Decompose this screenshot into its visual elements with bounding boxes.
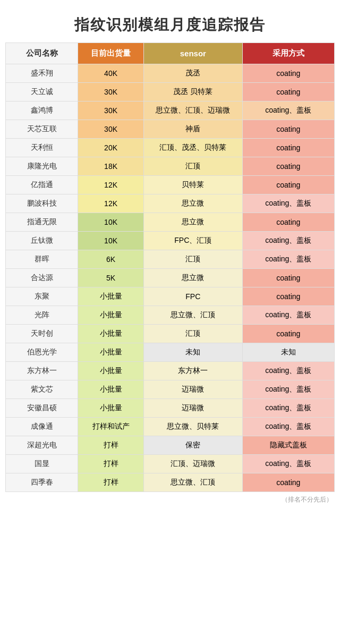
cell-sensor: FPC、汇顶 bbox=[143, 232, 242, 250]
cell-sensor: 思立微、贝特莱 bbox=[143, 418, 242, 436]
header-method: 采用方式 bbox=[242, 43, 334, 64]
cell-method: coating、盖板 bbox=[242, 194, 334, 213]
cell-company: 东方林一 bbox=[6, 362, 78, 380]
table-row: 东方林一小批量东方林一coating、盖板 bbox=[6, 362, 335, 380]
table-row: 东聚小批量FPCcoating bbox=[6, 287, 335, 306]
cell-shipment: 12K bbox=[78, 194, 144, 213]
cell-sensor: 贝特莱 bbox=[143, 176, 242, 194]
cell-company: 深超光电 bbox=[6, 436, 78, 455]
cell-shipment: 小批量 bbox=[78, 343, 144, 362]
cell-shipment: 40K bbox=[78, 64, 144, 83]
table-row: 群晖6K汇顶coating、盖板 bbox=[6, 250, 335, 269]
cell-shipment: 20K bbox=[78, 139, 144, 157]
cell-shipment: 10K bbox=[78, 232, 144, 250]
header-sensor: sensor bbox=[143, 43, 242, 64]
header-company: 公司名称 bbox=[6, 43, 78, 64]
cell-company: 天利恒 bbox=[6, 139, 78, 157]
cell-company: 成像通 bbox=[6, 418, 78, 436]
cell-method: coating、盖板 bbox=[242, 455, 334, 473]
cell-method: coating、盖板 bbox=[242, 399, 334, 418]
cell-method: coating bbox=[242, 269, 334, 287]
table-row: 紫文芯小批量迈瑞微coating、盖板 bbox=[6, 380, 335, 399]
table-row: 安徽昌硕小批量迈瑞微coating、盖板 bbox=[6, 399, 335, 418]
cell-method: coating bbox=[242, 120, 334, 139]
cell-shipment: 小批量 bbox=[78, 362, 144, 380]
cell-company: 指通无限 bbox=[6, 213, 78, 232]
table-row: 鹏波科技12K思立微coating、盖板 bbox=[6, 194, 335, 213]
cell-sensor: 汇顶 bbox=[143, 250, 242, 269]
cell-shipment: 小批量 bbox=[78, 325, 144, 343]
cell-sensor: 茂丞 bbox=[143, 64, 242, 83]
cell-company: 四季春 bbox=[6, 473, 78, 492]
cell-method: coating bbox=[242, 64, 334, 83]
cell-method: 未知 bbox=[242, 343, 334, 362]
cell-company: 丘钛微 bbox=[6, 232, 78, 250]
footer-note: （排名不分先后） bbox=[5, 492, 335, 504]
cell-company: 盛禾翔 bbox=[6, 64, 78, 83]
table-body: 盛禾翔40K茂丞coating天立诚30K茂丞 贝特莱coating鑫鸿博30K… bbox=[6, 64, 335, 492]
table-row: 合达源5K思立微coating bbox=[6, 269, 335, 287]
table-row: 丘钛微10KFPC、汇顶coating、盖板 bbox=[6, 232, 335, 250]
cell-sensor: 汇顶 bbox=[143, 325, 242, 343]
table-row: 康隆光电18K汇顶coating bbox=[6, 157, 335, 176]
cell-shipment: 6K bbox=[78, 250, 144, 269]
cell-sensor: 思立微 bbox=[143, 269, 242, 287]
cell-company: 鹏波科技 bbox=[6, 194, 78, 213]
cell-company: 鑫鸿博 bbox=[6, 101, 78, 120]
cell-sensor: 思立微 bbox=[143, 194, 242, 213]
cell-shipment: 30K bbox=[78, 120, 144, 139]
cell-sensor: FPC bbox=[143, 287, 242, 306]
cell-sensor: 思立微、汇顶 bbox=[143, 473, 242, 492]
cell-company: 安徽昌硕 bbox=[6, 399, 78, 418]
cell-shipment: 小批量 bbox=[78, 380, 144, 399]
cell-company: 紫文芯 bbox=[6, 380, 78, 399]
cell-sensor: 汇顶、迈瑞微 bbox=[143, 455, 242, 473]
header-shipment: 目前出货量 bbox=[78, 43, 144, 64]
cell-shipment: 30K bbox=[78, 101, 144, 120]
cell-method: coating bbox=[242, 325, 334, 343]
cell-sensor: 汇顶 bbox=[143, 157, 242, 176]
cell-method: coating、盖板 bbox=[242, 418, 334, 436]
cell-method: coating bbox=[242, 473, 334, 492]
table-row: 四季春打样思立微、汇顶coating bbox=[6, 473, 335, 492]
cell-sensor: 保密 bbox=[143, 436, 242, 455]
table-row: 天时创小批量汇顶coating bbox=[6, 325, 335, 343]
cell-company: 国显 bbox=[6, 455, 78, 473]
cell-method: coating bbox=[242, 176, 334, 194]
cell-company: 伯恩光学 bbox=[6, 343, 78, 362]
cell-method: 隐藏式盖板 bbox=[242, 436, 334, 455]
cell-sensor: 迈瑞微 bbox=[143, 399, 242, 418]
main-table: 公司名称 目前出货量 sensor 采用方式 盛禾翔40K茂丞coating天立… bbox=[5, 43, 335, 492]
table-row: 光阵小批量思立微、汇顶coating、盖板 bbox=[6, 306, 335, 325]
cell-method: coating bbox=[242, 83, 334, 101]
cell-shipment: 5K bbox=[78, 269, 144, 287]
cell-sensor: 思立微 bbox=[143, 213, 242, 232]
table-row: 天芯互联30K神盾coating bbox=[6, 120, 335, 139]
cell-shipment: 小批量 bbox=[78, 399, 144, 418]
cell-method: coating bbox=[242, 287, 334, 306]
cell-shipment: 小批量 bbox=[78, 306, 144, 325]
cell-shipment: 30K bbox=[78, 83, 144, 101]
table-row: 伯恩光学小批量未知未知 bbox=[6, 343, 335, 362]
cell-method: coating、盖板 bbox=[242, 362, 334, 380]
cell-method: coating bbox=[242, 139, 334, 157]
cell-sensor: 思立微、汇顶 bbox=[143, 306, 242, 325]
cell-sensor: 未知 bbox=[143, 343, 242, 362]
cell-method: coating、盖板 bbox=[242, 380, 334, 399]
cell-shipment: 打样和试产 bbox=[78, 418, 144, 436]
cell-company: 天芯互联 bbox=[6, 120, 78, 139]
cell-sensor: 神盾 bbox=[143, 120, 242, 139]
cell-shipment: 打样 bbox=[78, 436, 144, 455]
table-row: 深超光电打样保密隐藏式盖板 bbox=[6, 436, 335, 455]
cell-shipment: 打样 bbox=[78, 455, 144, 473]
cell-company: 天时创 bbox=[6, 325, 78, 343]
cell-shipment: 打样 bbox=[78, 473, 144, 492]
cell-company: 光阵 bbox=[6, 306, 78, 325]
cell-company: 合达源 bbox=[6, 269, 78, 287]
cell-method: coating、盖板 bbox=[242, 101, 334, 120]
cell-company: 东聚 bbox=[6, 287, 78, 306]
cell-sensor: 汇顶、茂丞、贝特莱 bbox=[143, 139, 242, 157]
cell-sensor: 茂丞 贝特莱 bbox=[143, 83, 242, 101]
table-header-row: 公司名称 目前出货量 sensor 采用方式 bbox=[6, 43, 335, 64]
cell-shipment: 18K bbox=[78, 157, 144, 176]
